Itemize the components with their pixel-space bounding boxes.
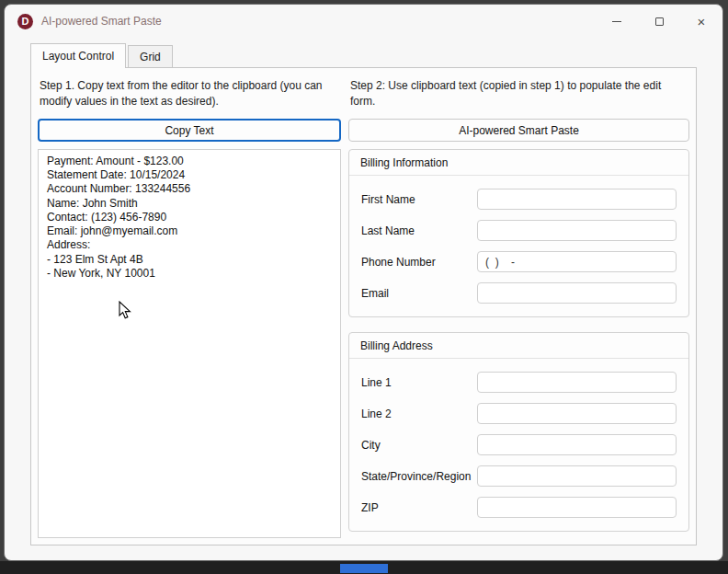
clipboard-editor[interactable]: Payment: Amount - $123.00 Statement Date… <box>38 149 341 538</box>
close-icon: × <box>698 15 706 29</box>
field-zip: ZIP <box>361 497 677 518</box>
field-line1: Line 1 <box>361 372 677 393</box>
field-last-name: Last Name <box>361 220 677 241</box>
left-column: Step 1. Copy text from the editor to the… <box>38 75 341 538</box>
email-input[interactable] <box>477 282 677 304</box>
tab-layout-control[interactable]: Layout Control <box>30 43 126 68</box>
step1-instruction: Step 1. Copy text from the editor to the… <box>40 78 339 113</box>
first-name-input[interactable] <box>477 189 677 210</box>
billing-address-group: Billing Address Line 1 Line 2 City <box>348 332 689 532</box>
copy-text-button[interactable]: Copy Text <box>38 119 341 142</box>
tab-panel: Step 1. Copy text from the editor to the… <box>30 67 697 545</box>
minimize-button[interactable] <box>596 5 638 38</box>
city-label: City <box>361 439 477 452</box>
email-label: Email <box>361 287 477 300</box>
window-controls: × <box>596 5 722 38</box>
zip-input[interactable] <box>477 497 677 518</box>
billing-information-group: Billing Information First Name Last Name… <box>348 149 689 317</box>
close-button[interactable]: × <box>680 5 722 38</box>
maximize-icon <box>655 17 664 26</box>
field-state: State/Province/Region <box>361 465 677 487</box>
field-first-name: First Name <box>361 189 677 210</box>
line1-input[interactable] <box>477 372 677 393</box>
zip-label: ZIP <box>361 501 477 514</box>
first-name-label: First Name <box>361 193 477 206</box>
line2-label: Line 2 <box>361 408 477 420</box>
right-column: Step 2: Use clipboard text (copied in st… <box>348 75 689 538</box>
field-line2: Line 2 <box>361 403 677 424</box>
billing-information-title: Billing Information <box>349 150 688 176</box>
phone-number-label: Phone Number <box>361 256 477 269</box>
billing-address-body: Line 1 Line 2 City State/Province/R <box>349 359 688 531</box>
taskbar <box>0 561 728 574</box>
line1-label: Line 1 <box>361 376 477 389</box>
app-icon: D <box>17 14 33 29</box>
window-title: AI-powered Smart Paste <box>41 15 162 28</box>
maximize-button[interactable] <box>638 5 680 38</box>
billing-address-title: Billing Address <box>349 333 688 359</box>
phone-number-input[interactable] <box>477 251 677 272</box>
state-input[interactable] <box>477 465 677 487</box>
state-label: State/Province/Region <box>361 470 477 483</box>
desktop-background: D AI-powered Smart Paste × Layout Contro… <box>0 0 728 574</box>
tab-strip: Layout Control Grid <box>5 43 722 67</box>
line2-input[interactable] <box>477 403 677 424</box>
billing-information-body: First Name Last Name Phone Number E <box>349 176 688 316</box>
smart-paste-button[interactable]: AI-powered Smart Paste <box>348 119 689 142</box>
minimize-icon <box>612 21 621 22</box>
field-email: Email <box>361 282 677 304</box>
tab-grid[interactable]: Grid <box>128 45 173 67</box>
taskbar-active-app-indicator[interactable] <box>340 564 388 573</box>
field-city: City <box>361 434 677 455</box>
step2-instruction: Step 2: Use clipboard text (copied in st… <box>350 78 688 113</box>
field-phone-number: Phone Number <box>361 251 677 272</box>
last-name-label: Last Name <box>361 224 477 237</box>
city-input[interactable] <box>477 434 677 455</box>
app-window: D AI-powered Smart Paste × Layout Contro… <box>4 4 723 561</box>
titlebar: D AI-powered Smart Paste × <box>5 5 722 38</box>
last-name-input[interactable] <box>477 220 677 241</box>
